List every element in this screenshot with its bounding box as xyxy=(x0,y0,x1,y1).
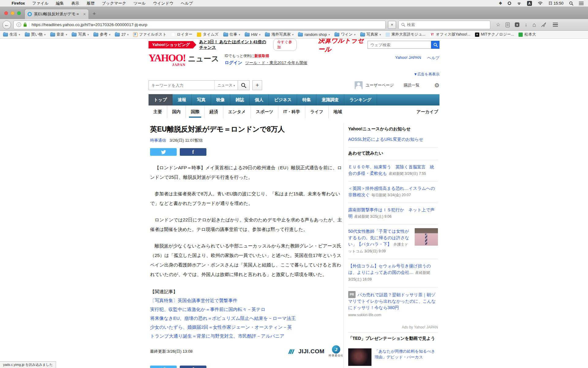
bookmark-folder-wine[interactable]: ワイン▾ xyxy=(334,32,356,37)
news-item-thumbnail[interactable] xyxy=(415,228,438,246)
ted-thumbnail[interactable] xyxy=(348,348,371,366)
bookmarks-menu-icon[interactable] xyxy=(506,22,510,27)
bookmark-folder-randomshop[interactable]: random shop▾ xyxy=(298,33,330,37)
notification-center-icon[interactable] xyxy=(579,2,584,5)
twitter-share-button[interactable] xyxy=(150,366,177,368)
input-source-icon[interactable]: A xyxy=(527,1,532,6)
bookmark-folder-shashin[interactable]: 写真▾ xyxy=(72,32,89,37)
related-link[interactable]: 少女のいたずら、婚姻届2回＝女性作家ジェーン・オースティン－英 xyxy=(150,323,343,332)
share-icon[interactable] xyxy=(541,22,546,27)
web-search-button[interactable] xyxy=(431,41,439,49)
bookmark-reuters[interactable]: ロイター xyxy=(171,32,192,37)
bookmark-star-icon[interactable]: ☆ xyxy=(496,22,500,27)
ted-item[interactable]: 「あなたが同僚の給料を知るべき理由」デビッド・バーカス xyxy=(348,348,438,366)
site-info-icon[interactable]: i xyxy=(17,22,21,27)
user-page-link[interactable]: ユーザーページ xyxy=(366,82,394,88)
new-tab-button[interactable]: + xyxy=(92,10,96,17)
menu-firefox[interactable]: Firefox xyxy=(12,1,25,6)
signal-icon[interactable] xyxy=(517,1,522,5)
join-now-button[interactable]: 今すぐ参加 xyxy=(273,39,297,51)
bookmark-times[interactable]: タイムズ xyxy=(197,32,218,37)
login-link[interactable]: ログイン xyxy=(224,60,242,65)
nav-tab-ranking[interactable]: ランキング xyxy=(344,94,377,105)
back-button[interactable]: ← xyxy=(2,21,11,29)
nav-tab-top[interactable]: トップ xyxy=(149,94,172,105)
nav-tab-business[interactable]: ビジネス xyxy=(269,94,297,105)
article-source-link[interactable]: 時事通信 xyxy=(150,138,166,143)
ted-item-title[interactable]: 「あなたが同僚の給料を知るべき理由」デビッド・バーカス xyxy=(375,348,438,366)
url-bar[interactable]: i xyxy=(13,21,386,29)
wifi-icon[interactable] xyxy=(537,1,543,5)
menu-hamburger-icon[interactable] xyxy=(553,23,558,27)
yahoo-news-logo[interactable]: YAHOO! JAPAN ニュース xyxy=(149,53,219,67)
bookmark-folder-seikatsu[interactable]: 生活▾ xyxy=(3,32,20,37)
jiji-press-logo[interactable]: J 時事通信社 xyxy=(329,345,344,358)
gear-icon[interactable]: ⚙ xyxy=(434,82,439,88)
menubar-clock[interactable]: 日 15:50 xyxy=(548,1,564,6)
bookmark-folder-shigoto[interactable]: 仕事▾ xyxy=(223,32,240,37)
bookmark-mit-tech[interactable]: +MITテクノロジー... xyxy=(475,32,514,37)
dropbox-icon[interactable]: ❖ xyxy=(499,1,502,6)
downloads-icon[interactable]: ↓ xyxy=(525,22,527,27)
sidebar-news-item[interactable]: 【外信コラム】セウォル号引き揚げ担うのは、よりによってあの国の会社…産経新聞 3… xyxy=(348,259,438,287)
related-link[interactable]: 〔写真特集〕英国会議事堂付近で襲撃事件 xyxy=(150,296,343,305)
yahoo-shopping-ribbon[interactable]: Yahoo!ショッピング xyxy=(149,41,193,48)
archive-link[interactable]: アーカイブ xyxy=(417,105,439,118)
twitter-share-button[interactable] xyxy=(150,148,177,156)
menu-help[interactable]: ヘルプ xyxy=(181,1,193,6)
menu-tools[interactable]: ツール xyxy=(134,1,146,6)
subnav-shuyou[interactable]: 主要 xyxy=(149,105,167,118)
sidebar-news-item[interactable]: 50代女性教師「子育ては女性がするもの。先に帰るのは許さない」【パタハラ・下】弁… xyxy=(348,224,438,259)
pr-ad-item[interactable]: PRバカ売れで話題？翌朝ドッサリ茶｜朝ヅマリでトイレから出れなかったのに、こんな… xyxy=(348,287,438,323)
stop-button[interactable]: × xyxy=(388,21,396,29)
subnav-it-kagaku[interactable]: IT・科学 xyxy=(278,105,305,118)
menu-window[interactable]: ウインドウ xyxy=(153,1,174,6)
browser-search-input[interactable] xyxy=(407,22,488,27)
notice-link[interactable]: AOSSL対応によるURL変更のお知らせ xyxy=(348,136,438,147)
bookmark-folder-sankou[interactable]: 参考▾ xyxy=(93,32,111,37)
bookmark-tufs[interactable]: 東外大言語モジュ... xyxy=(386,32,425,37)
close-window-button[interactable] xyxy=(4,11,8,15)
sidebar-news-item[interactable]: ＜英国＞排外感情高まる恐れ…イスラムへの非難相次ぐ毎日新聞 3/24(金) 20… xyxy=(348,181,438,203)
nav-tab-ishiki[interactable]: 意識調査 xyxy=(316,94,344,105)
avatar[interactable] xyxy=(355,81,363,89)
related-link[interactable]: 将来像なきEU、崩壊の恐れ＝ポピュリズム阻止へ結束を－ローマ法王 xyxy=(150,314,343,323)
web-search-input[interactable] xyxy=(368,41,431,49)
bookmark-yahoo-office[interactable]: Y!オフィス版Yahoo!... xyxy=(430,32,470,37)
home-icon[interactable]: ⌂ xyxy=(533,22,536,28)
tour-tohoku-link[interactable]: ツール・ド・東北2017 今年も開催 xyxy=(245,60,307,65)
nav-tab-zasshi[interactable]: 雑誌 xyxy=(230,94,250,105)
url-input[interactable] xyxy=(32,22,383,27)
jiji-com-logo[interactable]: JIJI.COM xyxy=(298,348,324,355)
help-link[interactable]: ヘルプ xyxy=(427,55,439,61)
subnav-chiiki[interactable]: 地域 xyxy=(328,105,347,118)
sidebar-news-item[interactable]: ＥＵ６０年、結束誓う 英除く首脳宣言 統合の多様・柔軟化も産経新聞 3/26(日… xyxy=(348,160,438,181)
related-link[interactable]: 実行犯、収監中に過激化か＝事件前に国内転々－英テロ xyxy=(150,305,343,314)
nav-tab-eizou[interactable]: 映像 xyxy=(211,94,230,105)
zoom-window-button[interactable] xyxy=(17,11,21,15)
menu-file[interactable]: ファイル xyxy=(32,1,48,6)
creative-cloud-icon[interactable] xyxy=(508,2,511,5)
pr-ad-text[interactable]: バカ売れで話題？翌朝ドッサリ茶｜朝ヅマリでトイレから出れなかったのに、こんなにド… xyxy=(348,292,436,310)
nav-tab-sokuhou[interactable]: 速報 xyxy=(172,94,192,105)
nav-tab-shashin[interactable]: 写真 xyxy=(192,94,211,105)
subnav-sports[interactable]: スポーツ xyxy=(251,105,278,118)
subnav-keizai[interactable]: 経済 xyxy=(204,105,223,118)
subnav-kokusai[interactable]: 国際 xyxy=(186,105,204,118)
bookmark-matsumoto[interactable]: 松本大 xyxy=(518,32,536,37)
menu-history[interactable]: 履歴 xyxy=(87,1,95,6)
new-registration-link[interactable]: 新規取得 xyxy=(254,54,269,58)
pocket-icon[interactable]: ∨ xyxy=(515,22,519,27)
bookmark-folder-hw[interactable]: HW▾ xyxy=(245,33,260,37)
tab-close-icon[interactable]: × xyxy=(83,12,86,17)
bookmark-folder-shashinka[interactable]: 写真家▾ xyxy=(360,32,381,37)
yahoo-japan-link[interactable]: Yahoo! JAPAN xyxy=(395,55,421,61)
related-link[interactable]: トランプ大通り誕生＝背景に与野党対立、市民酷評－アルバニア xyxy=(150,332,343,340)
subnav-entame[interactable]: エンタメ xyxy=(223,105,251,118)
add-search-button[interactable]: + xyxy=(252,80,262,90)
bookmark-folder-kaimono[interactable]: 買い物▾ xyxy=(25,32,46,37)
subscriptions-link[interactable]: 購読一覧 xyxy=(404,82,420,88)
subnav-kokunai[interactable]: 国内 xyxy=(167,105,186,118)
subnav-life[interactable]: ライフ xyxy=(305,105,328,118)
spotlight-icon[interactable] xyxy=(569,1,573,6)
